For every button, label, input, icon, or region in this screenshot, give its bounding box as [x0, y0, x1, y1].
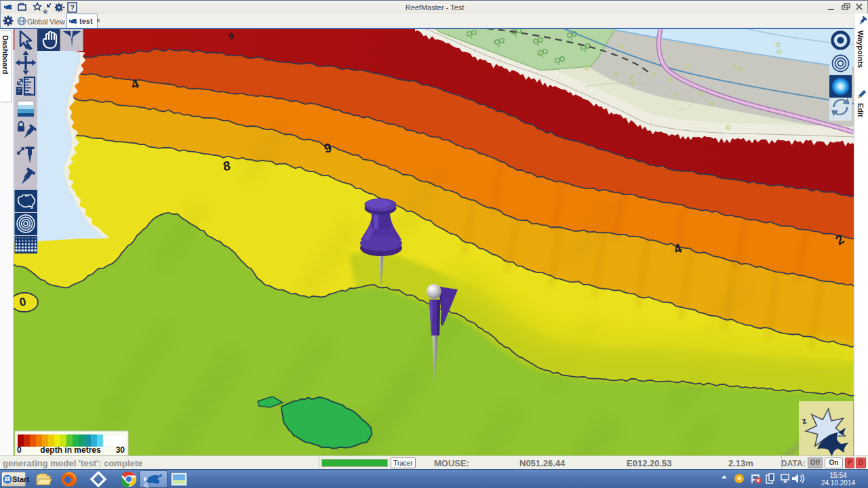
- svg-text:30: 30: [116, 445, 125, 455]
- svg-text:0: 0: [17, 445, 22, 455]
- svg-text:depth in metres: depth in metres: [40, 445, 101, 455]
